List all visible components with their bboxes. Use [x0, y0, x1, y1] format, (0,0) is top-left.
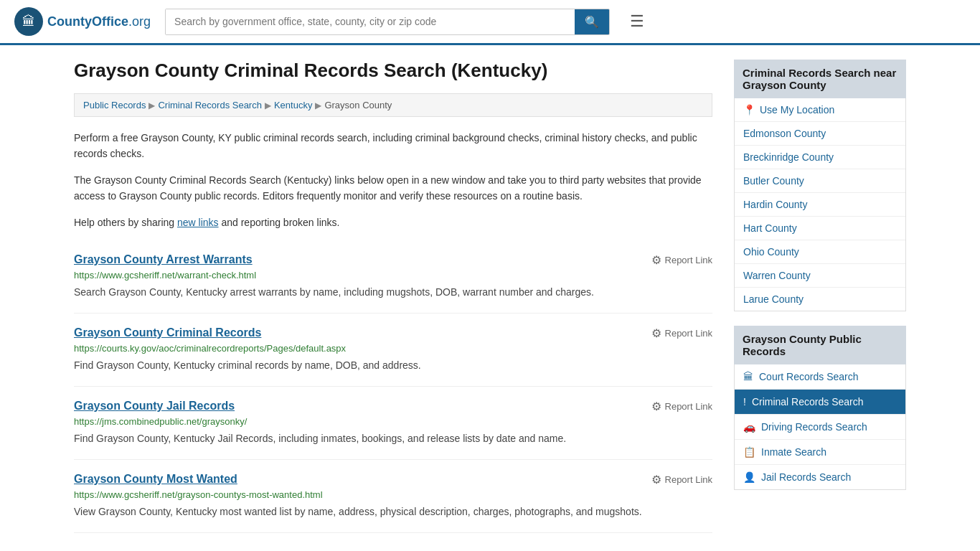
sidebar-item-court-records-search[interactable]: 🏛 Court Records Search — [735, 364, 905, 390]
report-link-3[interactable]: ⚙ Report Link — [651, 473, 712, 486]
logo-text: CountyOffice.org — [47, 14, 151, 29]
result-header-0: Grayson County Arrest Warrants ⚙ Report … — [74, 253, 712, 267]
sidebar-icon-4: 👤 — [743, 471, 755, 483]
nearby-county-5[interactable]: Ohio County — [735, 240, 905, 264]
result-title-1[interactable]: Grayson County Criminal Records — [74, 326, 261, 339]
result-header-1: Grayson County Criminal Records ⚙ Report… — [74, 326, 712, 340]
result-title-2[interactable]: Grayson County Jail Records — [74, 400, 235, 413]
result-url-2[interactable]: https://jms.combinedpublic.net/graysonky… — [74, 416, 712, 427]
use-location[interactable]: 📍 Use My Location — [735, 98, 905, 122]
result-desc-2: Find Grayson County, Kentucky Jail Recor… — [74, 431, 712, 446]
report-icon-3: ⚙ — [651, 473, 661, 486]
nearby-heading: Criminal Records Search near Grayson Cou… — [734, 60, 906, 98]
nearby-section: Criminal Records Search near Grayson Cou… — [734, 60, 906, 311]
search-icon: 🔍 — [585, 16, 599, 28]
content-wrapper: Grayson County Criminal Records Search (… — [60, 45, 920, 547]
new-links[interactable]: new links — [177, 217, 219, 228]
page-title: Grayson County Criminal Records Search (… — [74, 60, 712, 82]
sidebar: Criminal Records Search near Grayson Cou… — [734, 60, 906, 533]
sidebar-item-jail-records-search[interactable]: 👤 Jail Records Search — [735, 465, 905, 489]
nearby-counties: Edmonson CountyBreckinridge CountyButler… — [735, 122, 905, 311]
sidebar-label-1: Criminal Records Search — [752, 396, 864, 408]
result-url-1[interactable]: https://courts.ky.gov/aoc/criminalrecord… — [74, 343, 712, 354]
bc-sep-3: ▶ — [315, 100, 321, 110]
result-desc-1: Find Grayson County, Kentucky criminal r… — [74, 358, 712, 373]
description-2: The Grayson County Criminal Records Sear… — [74, 172, 712, 204]
report-link-label-1: Report Link — [665, 328, 712, 339]
site-header: 🏛 CountyOffice.org 🔍 ☰ — [0, 0, 980, 45]
nearby-county-2[interactable]: Butler County — [735, 169, 905, 193]
logo-icon: 🏛 — [14, 7, 43, 36]
result-title-3[interactable]: Grayson County Most Wanted — [74, 473, 237, 486]
nearby-county-1[interactable]: Breckinridge County — [735, 146, 905, 169]
nearby-county-4[interactable]: Hart County — [735, 217, 905, 240]
report-link-label-2: Report Link — [665, 401, 712, 412]
breadcrumb-current: Grayson County — [324, 100, 392, 110]
report-link-label-0: Report Link — [665, 255, 712, 265]
result-title-0[interactable]: Grayson County Arrest Warrants — [74, 253, 253, 266]
sidebar-item-driving-records-search[interactable]: 🚗 Driving Records Search — [735, 415, 905, 440]
result-header-3: Grayson County Most Wanted ⚙ Report Link — [74, 473, 712, 486]
result-url-3[interactable]: https://www.gcsheriff.net/grayson-county… — [74, 489, 712, 500]
sidebar-item-criminal-records-search[interactable]: ! Criminal Records Search — [735, 390, 905, 415]
public-records-section: Grayson County Public Records 🏛 Court Re… — [734, 326, 906, 490]
nearby-county-0[interactable]: Edmonson County — [735, 122, 905, 146]
sidebar-label-3: Inmate Search — [761, 446, 826, 458]
bc-sep-2: ▶ — [265, 100, 271, 110]
result-desc-3: View Grayson County, Kentucky most wante… — [74, 504, 712, 519]
sidebar-label-0: Court Records Search — [759, 371, 859, 382]
breadcrumb-kentucky[interactable]: Kentucky — [274, 100, 312, 110]
result-item: Grayson County Jail Records ⚙ Report Lin… — [74, 387, 712, 460]
breadcrumb-public-records[interactable]: Public Records — [83, 100, 146, 110]
description-1: Perform a free Grayson County, KY public… — [74, 130, 712, 162]
search-input[interactable] — [166, 9, 575, 34]
result-item: Grayson County Most Wanted ⚙ Report Link… — [74, 460, 712, 533]
report-icon-2: ⚙ — [651, 400, 661, 413]
sidebar-item-inmate-search[interactable]: 📋 Inmate Search — [735, 440, 905, 465]
result-url-0[interactable]: https://www.gcsheriff.net/warrant-check.… — [74, 270, 712, 281]
report-link-label-3: Report Link — [665, 474, 712, 485]
public-records-heading: Grayson County Public Records — [734, 326, 906, 364]
result-desc-0: Search Grayson County, Kentucky arrest w… — [74, 285, 712, 300]
menu-button[interactable]: ☰ — [624, 9, 650, 34]
public-records-items: 🏛 Court Records Search ! Criminal Record… — [735, 364, 905, 489]
report-icon-0: ⚙ — [651, 253, 661, 267]
nearby-county-3[interactable]: Hardin County — [735, 193, 905, 217]
bc-sep-1: ▶ — [149, 100, 155, 110]
search-button[interactable]: 🔍 — [575, 9, 609, 34]
sidebar-icon-0: 🏛 — [743, 371, 753, 382]
breadcrumb: Public Records ▶ Criminal Records Search… — [74, 93, 712, 117]
logo[interactable]: 🏛 CountyOffice.org — [14, 7, 151, 36]
result-item: Grayson County Arrest Warrants ⚙ Report … — [74, 240, 712, 314]
public-records-list: 🏛 Court Records Search ! Criminal Record… — [734, 364, 906, 490]
location-pin-icon: 📍 — [743, 104, 755, 116]
report-link-0[interactable]: ⚙ Report Link — [651, 253, 712, 267]
main-content: Grayson County Criminal Records Search (… — [74, 60, 712, 533]
sidebar-icon-1: ! — [743, 396, 746, 408]
nearby-county-6[interactable]: Warren County — [735, 264, 905, 288]
description-3: Help others by sharing new links and rep… — [74, 215, 712, 230]
sidebar-label-2: Driving Records Search — [761, 421, 867, 433]
search-bar: 🔍 — [165, 9, 610, 35]
breadcrumb-criminal-records-search[interactable]: Criminal Records Search — [158, 100, 262, 110]
report-link-2[interactable]: ⚙ Report Link — [651, 400, 712, 413]
sidebar-icon-3: 📋 — [743, 446, 755, 458]
result-header-2: Grayson County Jail Records ⚙ Report Lin… — [74, 400, 712, 413]
results-list: Grayson County Arrest Warrants ⚙ Report … — [74, 240, 712, 533]
report-link-1[interactable]: ⚙ Report Link — [651, 326, 712, 340]
nearby-county-7[interactable]: Larue County — [735, 288, 905, 311]
report-icon-1: ⚙ — [651, 326, 661, 340]
sidebar-label-4: Jail Records Search — [761, 471, 851, 483]
nearby-list: 📍 Use My Location Edmonson CountyBreckin… — [734, 98, 906, 311]
result-item: Grayson County Criminal Records ⚙ Report… — [74, 314, 712, 387]
sidebar-icon-2: 🚗 — [743, 421, 755, 433]
